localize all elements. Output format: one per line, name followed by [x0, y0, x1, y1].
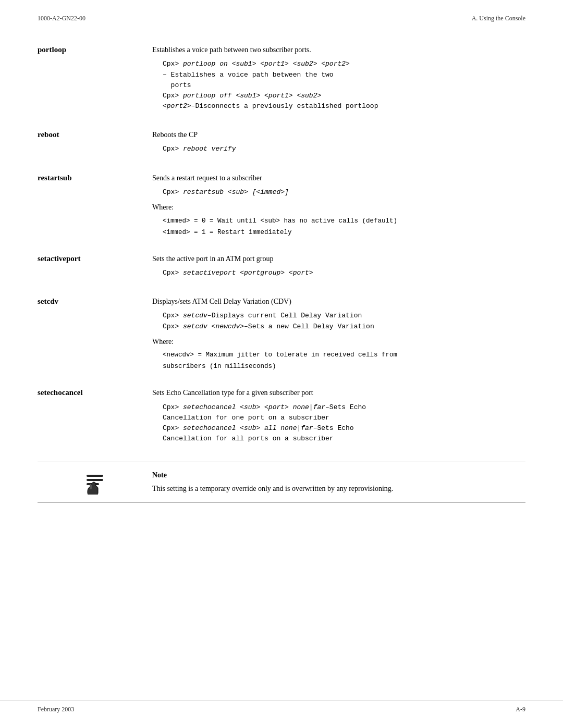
command-desc-reboot: Reboots the CP Cpx> reboot verify [152, 129, 525, 158]
command-term-setcdv: setcdv [38, 296, 152, 373]
command-term-setactiveport: setactiveport [38, 253, 152, 282]
note-box: Note This setting is a temporary overrid… [38, 462, 525, 503]
svg-rect-0 [87, 475, 103, 477]
restartsub-where-items: <immed> = 0 = Wait until <sub> has no ac… [163, 216, 525, 238]
command-desc-setechocancel: Sets Echo Cancellation type for a given … [152, 387, 525, 447]
setcdv-description: Displays/sets ATM Cell Delay Variation (… [152, 296, 525, 307]
setechocancel-syntax: Cpx> setechocancel <sub> <port> none|far… [163, 402, 525, 445]
setactiveport-syntax: Cpx> setactiveport <portgroup> <port> [163, 268, 525, 278]
page-footer: February 2003 A-9 [0, 700, 563, 713]
command-term-portloop: portloop [38, 44, 152, 115]
command-reboot: reboot Reboots the CP Cpx> reboot verify [38, 129, 525, 158]
note-text: This setting is a temporary override onl… [152, 483, 525, 495]
command-desc-setcdv: Displays/sets ATM Cell Delay Variation (… [152, 296, 525, 373]
command-setechocancel: setechocancel Sets Echo Cancellation typ… [38, 387, 525, 447]
header-doc-number: 1000-A2-GN22-00 [38, 15, 85, 22]
restartsub-where-label: Where: [152, 202, 525, 213]
footer-page-number: A-9 [516, 706, 525, 713]
command-portloop: portloop Establishes a voice path betwee… [38, 44, 525, 115]
command-setactiveport: setactiveport Sets the active port in an… [38, 253, 525, 282]
main-content: portloop Establishes a voice path betwee… [0, 29, 563, 549]
setcdv-where-item-1: <newcdv> = Maximum jitter to tolerate in… [163, 350, 525, 360]
command-term-setechocancel: setechocancel [38, 387, 152, 447]
reboot-description: Reboots the CP [152, 129, 525, 141]
command-desc-portloop: Establishes a voice path between two sub… [152, 44, 525, 115]
page-header: 1000-A2-GN22-00 A. Using the Console [0, 0, 563, 29]
restartsub-where-item-2: <immed> = 1 = Restart immediately [163, 227, 525, 238]
portloop-syntax: Cpx> portloop on <sub1> <port1> <sub2> <… [163, 59, 525, 112]
note-title: Note [152, 470, 525, 481]
restartsub-where-item-1: <immed> = 0 = Wait until <sub> has no ac… [163, 216, 525, 226]
reboot-syntax: Cpx> reboot verify [163, 144, 525, 154]
footer-date: February 2003 [38, 706, 74, 713]
svg-rect-1 [87, 479, 103, 481]
note-icon [82, 472, 107, 495]
command-setcdv: setcdv Displays/sets ATM Cell Delay Vari… [38, 296, 525, 373]
command-desc-setactiveport: Sets the active port in an ATM port grou… [152, 253, 525, 282]
command-term-reboot: reboot [38, 129, 152, 158]
restartsub-syntax: Cpx> restartsub <sub> [<immed>] [163, 187, 525, 198]
page-container: 1000-A2-GN22-00 A. Using the Console por… [0, 0, 563, 728]
note-content: Note This setting is a temporary overrid… [152, 470, 525, 495]
setcdv-syntax: Cpx> setcdv–Displays current Cell Delay … [163, 311, 525, 331]
setechocancel-description: Sets Echo Cancellation type for a given … [152, 387, 525, 399]
command-desc-restartsub: Sends a restart request to a subscriber … [152, 172, 525, 239]
setactiveport-description: Sets the active port in an ATM port grou… [152, 253, 525, 265]
setcdv-where-label: Where: [152, 336, 525, 348]
header-section-title: A. Using the Console [472, 15, 525, 22]
restartsub-description: Sends a restart request to a subscriber [152, 172, 525, 184]
portloop-description: Establishes a voice path between two sub… [152, 44, 525, 56]
setcdv-where-item-2: subscribers (in milliseconds) [163, 361, 525, 372]
command-term-restartsub: restartsub [38, 172, 152, 239]
note-icon-column [38, 470, 152, 495]
setcdv-where-items: <newcdv> = Maximum jitter to tolerate in… [163, 350, 525, 372]
command-restartsub: restartsub Sends a restart request to a … [38, 172, 525, 239]
svg-rect-3 [90, 484, 92, 489]
